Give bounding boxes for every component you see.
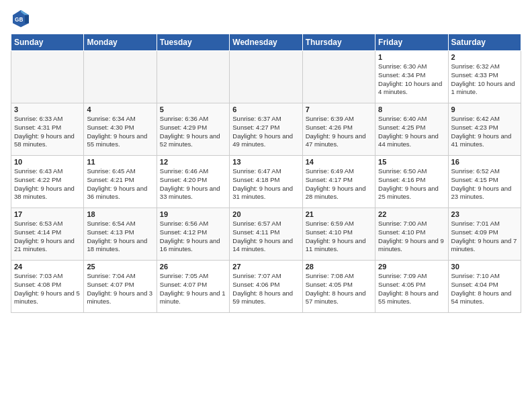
day-number: 20 [232, 210, 299, 218]
day-cell-26: 26Sunrise: 7:05 AMSunset: 4:07 PMDayligh… [157, 261, 229, 313]
week-row-4: 17Sunrise: 6:53 AMSunset: 4:14 PMDayligh… [11, 208, 521, 261]
day-number: 2 [451, 53, 518, 61]
day-info: Sunrise: 7:09 AMSunset: 4:05 PMDaylight:… [378, 272, 445, 306]
day-cell-5: 5Sunrise: 6:36 AMSunset: 4:29 PMDaylight… [157, 103, 229, 156]
day-cell-7: 7Sunrise: 6:39 AMSunset: 4:26 PMDaylight… [302, 103, 375, 156]
day-info: Sunrise: 6:54 AMSunset: 4:13 PMDaylight:… [87, 220, 153, 254]
day-cell-4: 4Sunrise: 6:34 AMSunset: 4:30 PMDaylight… [84, 103, 157, 156]
day-number: 15 [378, 158, 445, 166]
week-row-2: 3Sunrise: 6:33 AMSunset: 4:31 PMDaylight… [11, 103, 521, 156]
day-number: 14 [306, 158, 372, 166]
day-info: Sunrise: 6:46 AMSunset: 4:20 PMDaylight:… [160, 167, 226, 201]
day-info: Sunrise: 7:07 AMSunset: 4:06 PMDaylight:… [232, 272, 299, 306]
day-info: Sunrise: 6:45 AMSunset: 4:21 PMDaylight:… [87, 167, 153, 201]
week-row-5: 24Sunrise: 7:03 AMSunset: 4:08 PMDayligh… [11, 261, 521, 313]
week-row-1: 1Sunrise: 6:30 AMSunset: 4:34 PMDaylight… [11, 51, 521, 103]
weekday-header-tuesday: Tuesday [157, 34, 229, 51]
header: GB [11, 8, 521, 28]
empty-cell [302, 51, 375, 103]
day-number: 7 [306, 105, 372, 113]
day-cell-2: 2Sunrise: 6:32 AMSunset: 4:33 PMDaylight… [448, 51, 521, 103]
day-number: 16 [451, 158, 518, 166]
day-number: 3 [14, 105, 81, 113]
weekday-header-row: SundayMondayTuesdayWednesdayThursdayFrid… [11, 34, 521, 51]
day-cell-29: 29Sunrise: 7:09 AMSunset: 4:05 PMDayligh… [375, 261, 448, 313]
day-cell-16: 16Sunrise: 6:52 AMSunset: 4:15 PMDayligh… [448, 156, 521, 208]
week-row-3: 10Sunrise: 6:43 AMSunset: 4:22 PMDayligh… [11, 156, 521, 208]
logo-icon: GB [11, 8, 31, 28]
day-number: 22 [378, 210, 445, 218]
day-cell-27: 27Sunrise: 7:07 AMSunset: 4:06 PMDayligh… [230, 261, 302, 313]
day-info: Sunrise: 6:39 AMSunset: 4:26 PMDaylight:… [306, 115, 372, 149]
day-number: 11 [87, 158, 153, 166]
day-cell-11: 11Sunrise: 6:45 AMSunset: 4:21 PMDayligh… [84, 156, 157, 208]
weekday-header-monday: Monday [84, 34, 157, 51]
day-info: Sunrise: 7:01 AMSunset: 4:09 PMDaylight:… [451, 220, 518, 254]
day-number: 26 [160, 263, 226, 271]
day-number: 8 [378, 105, 445, 113]
day-number: 28 [306, 263, 372, 271]
day-info: Sunrise: 6:43 AMSunset: 4:22 PMDaylight:… [14, 167, 81, 201]
day-info: Sunrise: 6:42 AMSunset: 4:23 PMDaylight:… [451, 115, 518, 149]
day-info: Sunrise: 6:33 AMSunset: 4:31 PMDaylight:… [14, 115, 81, 149]
day-number: 12 [160, 158, 226, 166]
day-info: Sunrise: 6:59 AMSunset: 4:10 PMDaylight:… [306, 220, 372, 254]
weekday-header-saturday: Saturday [448, 34, 521, 51]
day-cell-1: 1Sunrise: 6:30 AMSunset: 4:34 PMDaylight… [375, 51, 448, 103]
day-number: 1 [378, 53, 445, 61]
day-cell-22: 22Sunrise: 7:00 AMSunset: 4:10 PMDayligh… [375, 208, 448, 261]
day-info: Sunrise: 7:08 AMSunset: 4:05 PMDaylight:… [306, 272, 372, 306]
day-info: Sunrise: 6:49 AMSunset: 4:17 PMDaylight:… [306, 167, 372, 201]
day-cell-12: 12Sunrise: 6:46 AMSunset: 4:20 PMDayligh… [157, 156, 229, 208]
day-cell-14: 14Sunrise: 6:49 AMSunset: 4:17 PMDayligh… [302, 156, 375, 208]
day-number: 13 [232, 158, 299, 166]
day-number: 21 [306, 210, 372, 218]
day-number: 19 [160, 210, 226, 218]
day-cell-15: 15Sunrise: 6:50 AMSunset: 4:16 PMDayligh… [375, 156, 448, 208]
empty-cell [84, 51, 157, 103]
day-info: Sunrise: 6:52 AMSunset: 4:15 PMDaylight:… [451, 167, 518, 201]
day-info: Sunrise: 7:03 AMSunset: 4:08 PMDaylight:… [14, 272, 81, 306]
day-cell-18: 18Sunrise: 6:54 AMSunset: 4:13 PMDayligh… [84, 208, 157, 261]
day-info: Sunrise: 6:36 AMSunset: 4:29 PMDaylight:… [160, 115, 226, 149]
day-number: 9 [451, 105, 518, 113]
day-number: 5 [160, 105, 226, 113]
day-info: Sunrise: 6:32 AMSunset: 4:33 PMDaylight:… [451, 62, 518, 97]
day-cell-19: 19Sunrise: 6:56 AMSunset: 4:12 PMDayligh… [157, 208, 229, 261]
day-cell-9: 9Sunrise: 6:42 AMSunset: 4:23 PMDaylight… [448, 103, 521, 156]
day-cell-30: 30Sunrise: 7:10 AMSunset: 4:04 PMDayligh… [448, 261, 521, 313]
day-number: 18 [87, 210, 153, 218]
day-cell-21: 21Sunrise: 6:59 AMSunset: 4:10 PMDayligh… [302, 208, 375, 261]
day-cell-23: 23Sunrise: 7:01 AMSunset: 4:09 PMDayligh… [448, 208, 521, 261]
weekday-header-wednesday: Wednesday [230, 34, 302, 51]
day-info: Sunrise: 6:34 AMSunset: 4:30 PMDaylight:… [87, 115, 153, 149]
day-cell-17: 17Sunrise: 6:53 AMSunset: 4:14 PMDayligh… [11, 208, 84, 261]
day-number: 27 [232, 263, 299, 271]
svg-text:GB: GB [15, 17, 23, 23]
calendar: SundayMondayTuesdayWednesdayThursdayFrid… [11, 34, 521, 313]
day-cell-8: 8Sunrise: 6:40 AMSunset: 4:25 PMDaylight… [375, 103, 448, 156]
page: GB SundayMondayTuesdayWednesdayThursdayF… [0, 0, 532, 411]
day-info: Sunrise: 6:37 AMSunset: 4:27 PMDaylight:… [232, 115, 299, 149]
day-cell-13: 13Sunrise: 6:47 AMSunset: 4:18 PMDayligh… [230, 156, 302, 208]
day-cell-28: 28Sunrise: 7:08 AMSunset: 4:05 PMDayligh… [302, 261, 375, 313]
empty-cell [11, 51, 84, 103]
weekday-header-thursday: Thursday [302, 34, 375, 51]
day-number: 29 [378, 263, 445, 271]
weekday-header-sunday: Sunday [11, 34, 84, 51]
day-number: 6 [232, 105, 299, 113]
day-info: Sunrise: 7:04 AMSunset: 4:07 PMDaylight:… [87, 272, 153, 306]
day-number: 10 [14, 158, 81, 166]
day-number: 17 [14, 210, 81, 218]
day-cell-6: 6Sunrise: 6:37 AMSunset: 4:27 PMDaylight… [230, 103, 302, 156]
day-cell-3: 3Sunrise: 6:33 AMSunset: 4:31 PMDaylight… [11, 103, 84, 156]
logo: GB [11, 8, 32, 28]
day-number: 24 [14, 263, 81, 271]
day-cell-20: 20Sunrise: 6:57 AMSunset: 4:11 PMDayligh… [230, 208, 302, 261]
day-cell-10: 10Sunrise: 6:43 AMSunset: 4:22 PMDayligh… [11, 156, 84, 208]
day-info: Sunrise: 6:40 AMSunset: 4:25 PMDaylight:… [378, 115, 445, 149]
day-info: Sunrise: 6:53 AMSunset: 4:14 PMDaylight:… [14, 220, 81, 254]
weekday-header-friday: Friday [375, 34, 448, 51]
day-number: 4 [87, 105, 153, 113]
day-info: Sunrise: 6:57 AMSunset: 4:11 PMDaylight:… [232, 220, 299, 254]
